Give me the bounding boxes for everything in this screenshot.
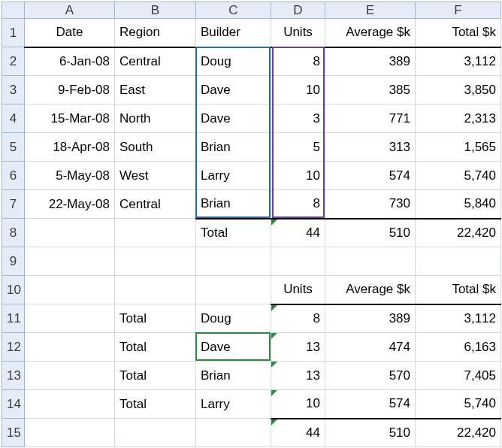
cell-D2[interactable]: 8 bbox=[271, 47, 325, 76]
cell-F13[interactable]: 7,405 bbox=[416, 362, 501, 390]
cell-D10[interactable]: Units bbox=[271, 276, 325, 304]
select-all-corner[interactable] bbox=[2, 2, 25, 19]
cell-C4[interactable]: Dave bbox=[196, 104, 271, 133]
cell-B15[interactable] bbox=[115, 419, 196, 447]
cell-A10[interactable] bbox=[25, 276, 115, 304]
cell-A3[interactable]: 9-Feb-08 bbox=[25, 76, 115, 104]
cell-B7[interactable]: Central bbox=[115, 190, 196, 219]
cell-F6[interactable]: 5,740 bbox=[416, 162, 501, 190]
cell-D4[interactable]: 3 bbox=[271, 104, 325, 133]
spreadsheet-grid[interactable]: A B C D E F 1 Date Region Builder Units … bbox=[2, 2, 501, 447]
cell-F11[interactable]: 3,112 bbox=[416, 304, 501, 333]
cell-C9[interactable] bbox=[196, 247, 271, 276]
cell-D1[interactable]: Units bbox=[271, 19, 325, 47]
cell-E4[interactable]: 771 bbox=[325, 104, 416, 133]
cell-C7[interactable]: Brian bbox=[196, 190, 271, 219]
cell-A8[interactable] bbox=[25, 219, 115, 247]
cell-B12[interactable]: Total bbox=[115, 333, 196, 362]
cell-D3[interactable]: 10 bbox=[271, 76, 325, 104]
row-header-9[interactable]: 9 bbox=[2, 247, 25, 276]
cell-F1[interactable]: Total $k bbox=[416, 19, 501, 47]
row-header-15[interactable]: 15 bbox=[2, 419, 25, 447]
cell-E9[interactable] bbox=[325, 247, 416, 276]
col-header-A[interactable]: A bbox=[25, 2, 115, 19]
cell-A14[interactable] bbox=[25, 390, 115, 419]
cell-D12[interactable]: 13 bbox=[271, 333, 325, 362]
cell-F7[interactable]: 5,840 bbox=[416, 190, 501, 219]
col-header-D[interactable]: D bbox=[271, 2, 325, 19]
cell-B10[interactable] bbox=[115, 276, 196, 304]
col-header-F[interactable]: F bbox=[416, 2, 501, 19]
row-header-4[interactable]: 4 bbox=[2, 104, 25, 133]
cell-E2[interactable]: 389 bbox=[325, 47, 416, 76]
cell-D8[interactable]: 44 bbox=[271, 219, 325, 247]
cell-A9[interactable] bbox=[25, 247, 115, 276]
cell-C12[interactable]: Dave bbox=[196, 333, 271, 362]
col-header-C[interactable]: C bbox=[196, 2, 271, 19]
row-header-12[interactable]: 12 bbox=[2, 333, 25, 362]
cell-D9[interactable] bbox=[271, 247, 325, 276]
cell-B11[interactable]: Total bbox=[115, 304, 196, 333]
cell-F12[interactable]: 6,163 bbox=[416, 333, 501, 362]
cell-E14[interactable]: 574 bbox=[325, 390, 416, 419]
row-header-11[interactable]: 11 bbox=[2, 304, 25, 333]
cell-F2[interactable]: 3,112 bbox=[416, 47, 501, 76]
cell-D6[interactable]: 10 bbox=[271, 162, 325, 190]
row-header-3[interactable]: 3 bbox=[2, 76, 25, 104]
cell-B13[interactable]: Total bbox=[115, 362, 196, 390]
row-header-2[interactable]: 2 bbox=[2, 47, 25, 76]
cell-F5[interactable]: 1,565 bbox=[416, 133, 501, 162]
cell-F4[interactable]: 2,313 bbox=[416, 104, 501, 133]
cell-A13[interactable] bbox=[25, 362, 115, 390]
cell-C11[interactable]: Doug bbox=[196, 304, 271, 333]
cell-B2[interactable]: Central bbox=[115, 47, 196, 76]
row-header-10[interactable]: 10 bbox=[2, 276, 25, 304]
cell-E7[interactable]: 730 bbox=[325, 190, 416, 219]
cell-E11[interactable]: 389 bbox=[325, 304, 416, 333]
row-header-1[interactable]: 1 bbox=[2, 19, 25, 47]
cell-C14[interactable]: Larry bbox=[196, 390, 271, 419]
cell-E12[interactable]: 474 bbox=[325, 333, 416, 362]
cell-B3[interactable]: East bbox=[115, 76, 196, 104]
cell-F15[interactable]: 22,420 bbox=[416, 419, 501, 447]
cell-B14[interactable]: Total bbox=[115, 390, 196, 419]
cell-E1[interactable]: Average $k bbox=[325, 19, 416, 47]
cell-F8[interactable]: 22,420 bbox=[416, 219, 501, 247]
cell-B9[interactable] bbox=[115, 247, 196, 276]
row-header-5[interactable]: 5 bbox=[2, 133, 25, 162]
cell-C5[interactable]: Brian bbox=[196, 133, 271, 162]
cell-E13[interactable]: 570 bbox=[325, 362, 416, 390]
cell-D7[interactable]: 8 bbox=[271, 190, 325, 219]
cell-D5[interactable]: 5 bbox=[271, 133, 325, 162]
cell-A4[interactable]: 15-Mar-08 bbox=[25, 104, 115, 133]
cell-C13[interactable]: Brian bbox=[196, 362, 271, 390]
cell-E8[interactable]: 510 bbox=[325, 219, 416, 247]
row-header-7[interactable]: 7 bbox=[2, 190, 25, 219]
cell-F14[interactable]: 5,740 bbox=[416, 390, 501, 419]
cell-A1[interactable]: Date bbox=[25, 19, 115, 47]
cell-E10[interactable]: Average $k bbox=[325, 276, 416, 304]
cell-B5[interactable]: South bbox=[115, 133, 196, 162]
cell-A12[interactable] bbox=[25, 333, 115, 362]
cell-C1[interactable]: Builder bbox=[196, 19, 271, 47]
cell-F10[interactable]: Total $k bbox=[416, 276, 501, 304]
cell-B4[interactable]: North bbox=[115, 104, 196, 133]
col-header-E[interactable]: E bbox=[325, 2, 416, 19]
cell-E15[interactable]: 510 bbox=[325, 419, 416, 447]
cell-C3[interactable]: Dave bbox=[196, 76, 271, 104]
cell-F9[interactable] bbox=[416, 247, 501, 276]
cell-D14[interactable]: 10 bbox=[271, 390, 325, 419]
cell-A2[interactable]: 6-Jan-08 bbox=[25, 47, 115, 76]
row-header-13[interactable]: 13 bbox=[2, 362, 25, 390]
cell-A11[interactable] bbox=[25, 304, 115, 333]
cell-A5[interactable]: 18-Apr-08 bbox=[25, 133, 115, 162]
cell-B1[interactable]: Region bbox=[115, 19, 196, 47]
cell-C10[interactable] bbox=[196, 276, 271, 304]
row-header-14[interactable]: 14 bbox=[2, 390, 25, 419]
cell-D11[interactable]: 8 bbox=[271, 304, 325, 333]
cell-D13[interactable]: 13 bbox=[271, 362, 325, 390]
row-header-6[interactable]: 6 bbox=[2, 162, 25, 190]
cell-A7[interactable]: 22-May-08 bbox=[25, 190, 115, 219]
cell-E6[interactable]: 574 bbox=[325, 162, 416, 190]
cell-C2[interactable]: Doug bbox=[196, 47, 271, 76]
